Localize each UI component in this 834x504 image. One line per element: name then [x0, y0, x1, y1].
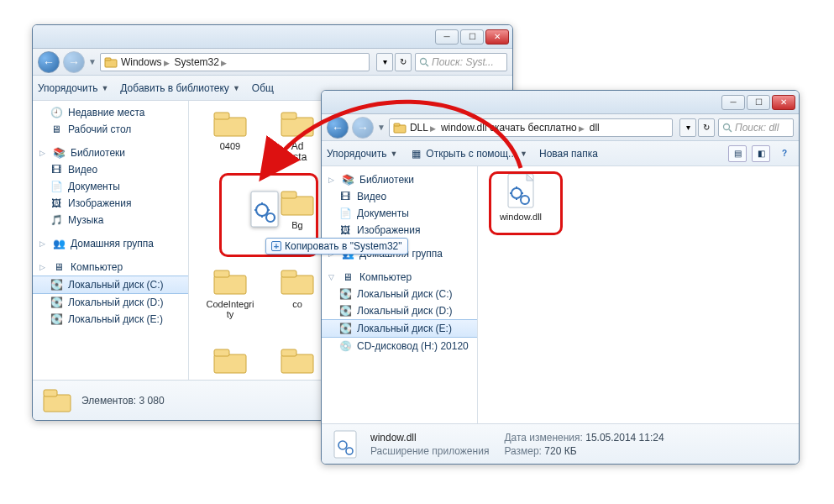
folder-item[interactable]: co — [271, 264, 323, 309]
folder-icon — [41, 385, 73, 417]
svg-point-2 — [421, 58, 427, 64]
breadcrumb-item[interactable]: DLL▶ — [408, 122, 438, 134]
nav-computer[interactable]: ▷🖥Компьютер — [33, 259, 188, 276]
nav-documents[interactable]: 📄Документы — [322, 205, 477, 222]
refresh-button[interactable]: ↻ — [698, 118, 715, 137]
refresh-button[interactable]: ↻ — [395, 53, 412, 71]
breadcrumb-item[interactable]: dll — [588, 122, 601, 134]
search-input[interactable]: Поиск: dll — [718, 118, 794, 137]
svg-rect-18 — [44, 395, 71, 412]
close-button[interactable]: ✕ — [485, 29, 509, 45]
svg-rect-17 — [281, 349, 296, 356]
share-menu-truncated[interactable]: Общ — [252, 82, 274, 94]
search-placeholder: Поиск: dll — [735, 122, 779, 134]
folder-icon — [211, 343, 249, 376]
nav-disk-e[interactable]: 💽Локальный диск (E:) — [33, 311, 188, 328]
maximize-button[interactable]: ☐ — [747, 95, 770, 110]
svg-rect-6 — [281, 118, 313, 136]
folder-icon — [278, 343, 317, 376]
nav-recent[interactable]: 🕘Недавние места — [33, 104, 188, 121]
svg-line-23 — [729, 129, 732, 132]
drag-tooltip: + Копировать в "System32" — [265, 238, 408, 255]
svg-rect-4 — [214, 118, 246, 136]
svg-rect-15 — [214, 349, 229, 356]
address-bar[interactable]: DLL▶ window.dll скачать бесплатно▶ dll — [389, 118, 673, 137]
organize-menu[interactable]: Упорядочить▼ — [327, 148, 397, 160]
folder-icon — [278, 106, 317, 139]
organize-menu[interactable]: Упорядочить▼ — [38, 82, 108, 94]
nav-images[interactable]: 🖼Изображения — [322, 222, 477, 239]
document-icon: 📄 — [50, 180, 63, 193]
search-input[interactable]: Поиск: Syst... — [415, 53, 507, 71]
view-mode-button[interactable]: ▤ — [728, 145, 747, 162]
back-button[interactable]: ← — [327, 117, 349, 139]
dll-file-icon — [330, 428, 362, 460]
drive-icon: 💽 — [50, 296, 63, 309]
breadcrumb-item[interactable]: Windows▶ — [119, 56, 171, 68]
app-icon: ▦ — [409, 147, 422, 160]
nav-disk-e[interactable]: 💽Локальный диск (E:) — [322, 319, 477, 338]
nav-music[interactable]: 🎵Музыка — [33, 212, 188, 228]
nav-desktop[interactable]: 🖥Рабочий стол — [33, 121, 188, 138]
search-icon — [419, 57, 429, 67]
nav-libraries-group[interactable]: ▷📚Библиотеки — [322, 171, 477, 188]
maximize-button[interactable]: ☐ — [460, 29, 484, 45]
tooltip-text: Копировать в "System32" — [285, 240, 402, 252]
nav-images[interactable]: 🖼Изображения — [33, 195, 188, 212]
svg-rect-10 — [214, 276, 246, 294]
folder-item[interactable]: de — [271, 343, 323, 380]
history-dropdown[interactable]: ▼ — [377, 123, 386, 132]
folder-icon — [104, 55, 118, 69]
nav-computer[interactable]: ▽🖥Компьютер — [322, 269, 477, 286]
drive-icon: 💽 — [50, 312, 63, 326]
nav-libraries-group[interactable]: ▷📚Библиотеки — [33, 144, 188, 161]
library-icon: 📚 — [341, 173, 354, 186]
address-dropdown[interactable]: ▾ — [376, 53, 393, 71]
folder-item[interactable]: CodeIntegri ty — [204, 264, 256, 319]
folder-icon — [393, 121, 407, 134]
address-tools: ▾ ↻ — [376, 53, 412, 71]
nav-videos[interactable]: 🎞Видео — [322, 188, 477, 205]
nav-cd-drive[interactable]: 💿CD-дисковод (H:) 20120 — [322, 338, 477, 354]
nav-videos[interactable]: 🎞Видео — [33, 161, 188, 178]
open-with-menu[interactable]: ▦Открыть с помощ...▼ — [409, 147, 527, 160]
computer-icon: 🖥 — [341, 270, 354, 284]
folder-item[interactable]: 0409 — [204, 106, 256, 151]
svg-rect-8 — [281, 197, 313, 215]
navigation-pane: ▷📚Библиотеки 🎞Видео 📄Документы 🖼Изображе… — [322, 166, 478, 423]
nav-disk-d[interactable]: 💽Локальный диск (D:) — [322, 302, 477, 319]
back-button[interactable]: ← — [38, 51, 60, 73]
close-button[interactable]: ✕ — [772, 95, 795, 110]
video-icon: 🎞 — [338, 190, 352, 203]
minimize-button[interactable]: ─ — [721, 95, 745, 110]
forward-button[interactable]: → — [63, 51, 85, 73]
forward-button[interactable]: → — [352, 117, 374, 139]
new-folder-button[interactable]: Новая папка — [539, 148, 598, 160]
file-list[interactable]: window.dll — [478, 166, 799, 423]
folder-item[interactable]: da-DK — [204, 343, 256, 380]
address-dropdown[interactable]: ▾ — [679, 118, 696, 137]
drag-ghost-file — [244, 188, 286, 230]
breadcrumb-item[interactable]: System32▶ — [173, 56, 228, 68]
cd-icon: 💿 — [338, 339, 352, 353]
svg-rect-1 — [105, 58, 111, 60]
nav-documents[interactable]: 📄Документы — [33, 178, 188, 195]
music-icon: 🎵 — [50, 213, 63, 227]
breadcrumb-item[interactable]: window.dll скачать бесплатно▶ — [439, 122, 586, 134]
history-dropdown[interactable]: ▼ — [88, 57, 97, 66]
nav-homegroup[interactable]: ▷👥Домашняя группа — [33, 235, 188, 252]
navigation-pane: 🕘Недавние места 🖥Рабочий стол ▷📚Библиоте… — [33, 101, 189, 380]
nav-bar: ← → ▼ Windows▶ System32▶ ▾ ↻ Поиск: Syst… — [33, 49, 512, 76]
dll-file-icon — [244, 188, 286, 230]
add-to-library-menu[interactable]: Добавить в библиотеку▼ — [120, 82, 239, 94]
preview-pane-button[interactable]: ◧ — [752, 145, 770, 162]
minimize-button[interactable]: ─ — [435, 29, 459, 45]
help-button[interactable]: ? — [775, 145, 794, 162]
file-item-windowdll[interactable]: window.dll — [495, 171, 547, 222]
folder-item[interactable]: Adnsta — [271, 106, 323, 163]
folder-icon — [211, 106, 249, 139]
nav-disk-c[interactable]: 💽Локальный диск (C:) — [33, 276, 188, 294]
address-bar[interactable]: Windows▶ System32▶ — [100, 53, 370, 71]
nav-disk-d[interactable]: 💽Локальный диск (D:) — [33, 294, 188, 311]
nav-disk-c[interactable]: 💽Локальный диск (C:) — [322, 286, 477, 302]
